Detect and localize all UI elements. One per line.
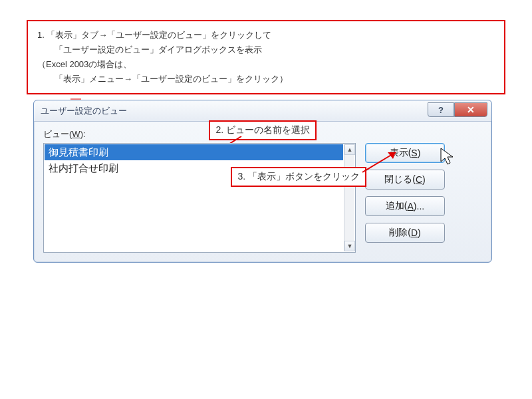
dialog-body: 2. ビューの名前を選択 ビュー(W): 御見積書印刷 社内打合せ印刷: [34, 122, 491, 262]
help-icon: ?: [438, 105, 444, 115]
dialog-title: ユーザー設定のビュー: [41, 105, 127, 117]
list-item[interactable]: 御見積書印刷: [45, 144, 343, 160]
close-icon: ✕: [467, 104, 475, 115]
step1-callout: 1. 「表示」タブ→「ユーザー設定のビュー」をクリックして 「ユーザー設定のビュ…: [27, 20, 505, 94]
step1-line1: 1. 「表示」タブ→「ユーザー設定のビュー」をクリックして: [37, 28, 495, 43]
views-listbox[interactable]: 御見積書印刷 社内打合せ印刷 ▲ ▼: [43, 143, 356, 253]
scroll-down-button[interactable]: ▼: [344, 241, 355, 251]
delete-button[interactable]: 削除(D): [365, 223, 445, 243]
dialog-titlebar[interactable]: ユーザー設定のビュー ? ✕: [34, 100, 491, 122]
close-button[interactable]: 閉じる(C): [365, 170, 445, 190]
scroll-up-button[interactable]: ▲: [344, 144, 355, 155]
help-button[interactable]: ?: [428, 102, 454, 117]
step1-line2: 「ユーザー設定のビュー」ダイアログボックスを表示: [37, 43, 495, 57]
listbox-scrollbar[interactable]: ▲ ▼: [344, 144, 354, 251]
step3-callout: 3. 「表示」ボタンをクリック: [231, 167, 366, 187]
step2-callout: 2. ビューの名前を選択: [209, 120, 317, 140]
chevron-up-icon: ▲: [347, 146, 353, 153]
add-button[interactable]: 追加(A)...: [365, 196, 445, 216]
chevron-down-icon: ▼: [347, 243, 353, 249]
step1-line4: 「表示」メニュー→「ユーザー設定のビュー」をクリック）: [37, 72, 495, 86]
custom-views-dialog: ユーザー設定のビュー ? ✕ 2. ビューの名前を選択 ビュー(W): [33, 100, 492, 263]
step1-line3: （Excel 2003の場合は、: [37, 57, 495, 72]
window-close-button[interactable]: ✕: [454, 102, 487, 117]
show-button[interactable]: 表示(S): [365, 143, 445, 163]
